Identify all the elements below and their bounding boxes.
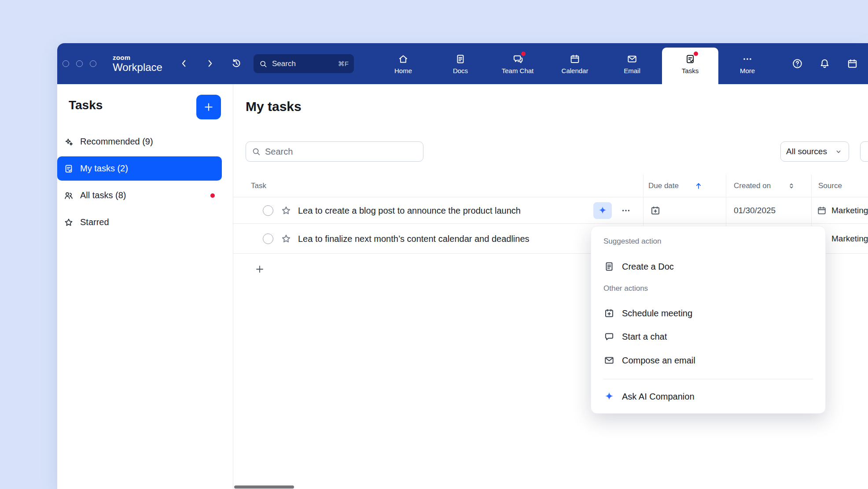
- source-calendar-icon: [817, 205, 827, 216]
- bell-icon: [819, 58, 831, 70]
- menu-item-schedule-meeting[interactable]: Schedule meeting: [595, 302, 822, 324]
- sidebar-item-label: Starred: [80, 217, 109, 227]
- global-search-placeholder: Search: [272, 59, 296, 68]
- nav-email[interactable]: Email: [607, 43, 658, 84]
- help-button[interactable]: [789, 56, 805, 71]
- column-source: Source: [818, 182, 842, 190]
- docs-icon: [455, 53, 466, 65]
- ellipsis-icon: [621, 205, 631, 216]
- email-icon: [626, 53, 638, 65]
- nav-docs[interactable]: Docs: [435, 43, 486, 84]
- table-header: Task Due date Created on Source: [233, 174, 868, 197]
- sidebar-item-label: All tasks (8): [80, 190, 126, 200]
- logo-zoom-text: zoom: [113, 54, 162, 61]
- nav-more[interactable]: More: [722, 43, 773, 84]
- menu-item-label: Ask AI Companion: [622, 392, 695, 402]
- nav-tasks[interactable]: Tasks: [665, 43, 716, 84]
- more-actions-button[interactable]: [617, 202, 635, 219]
- menu-section-label: Suggested action: [603, 237, 661, 246]
- all-sources-label: All sources: [786, 147, 827, 156]
- sort-asc-icon[interactable]: [694, 181, 703, 191]
- menu-item-label: Compose an email: [622, 356, 695, 366]
- history-button[interactable]: [228, 56, 244, 71]
- star-icon[interactable]: [280, 205, 292, 216]
- task-checkbox[interactable]: [263, 233, 273, 244]
- people-icon: [63, 190, 74, 201]
- search-icon: [251, 147, 261, 156]
- calendar-plus-icon: [650, 205, 661, 216]
- search-input[interactable]: [265, 147, 418, 157]
- main-content: My tasks All sources Task Due date Creat…: [233, 84, 868, 489]
- tasks-badge: [694, 52, 698, 56]
- sidebar-item-starred[interactable]: Starred: [57, 210, 222, 234]
- menu-item-label: Start a chat: [622, 332, 667, 342]
- window-control-close[interactable]: [63, 60, 69, 67]
- sparkles-icon: [63, 137, 74, 147]
- add-task-button-sidebar[interactable]: [196, 95, 221, 119]
- all-tasks-badge: [210, 193, 215, 198]
- global-search[interactable]: Search ⌘F: [254, 54, 354, 73]
- ai-companion-button[interactable]: [593, 202, 612, 219]
- notifications-button[interactable]: [817, 56, 832, 71]
- sidebar: Tasks Recommended (9) My tasks (2) All t…: [57, 84, 233, 489]
- task-row[interactable]: Lea to create a blog post to announce th…: [233, 197, 868, 224]
- window-control-minimize[interactable]: [76, 60, 83, 67]
- calendar-shortcut-icon: [846, 58, 858, 70]
- nav-team-chat[interactable]: Team Chat: [492, 43, 543, 84]
- menu-item-create-doc[interactable]: Create a Doc: [595, 256, 822, 278]
- column-created-on[interactable]: Created on: [734, 182, 771, 190]
- add-task-button[interactable]: [252, 261, 268, 277]
- plus-icon: [203, 101, 214, 113]
- menu-item-label: Schedule meeting: [622, 308, 692, 319]
- star-icon[interactable]: [280, 233, 292, 244]
- menu-item-start-chat[interactable]: Start a chat: [595, 326, 822, 348]
- task-checkbox[interactable]: [263, 205, 273, 216]
- all-sources-dropdown[interactable]: All sources: [780, 141, 849, 162]
- filter-button[interactable]: [860, 141, 868, 162]
- menu-item-compose-email[interactable]: Compose an email: [595, 349, 822, 371]
- sidebar-item-label: Recommended (9): [80, 137, 153, 147]
- menu-item-ask-ai-companion[interactable]: Ask AI Companion: [595, 385, 822, 408]
- task-title: Lea to create a blog post to announce th…: [298, 205, 521, 215]
- forward-button[interactable]: [202, 56, 218, 71]
- sidebar-item-my-tasks[interactable]: My tasks (2): [57, 156, 222, 181]
- nav-tasks-label: Tasks: [682, 67, 699, 74]
- source-cell: Marketing: [817, 205, 868, 216]
- add-due-date-button[interactable]: [650, 205, 661, 216]
- nav-calendar-label: Calendar: [562, 67, 588, 74]
- source-label: Marketing: [831, 234, 868, 244]
- sidebar-title: Tasks: [69, 98, 103, 112]
- column-due-date[interactable]: Due date: [648, 182, 679, 190]
- nav-more-label: More: [740, 67, 755, 74]
- nav-home[interactable]: Home: [378, 43, 429, 84]
- sidebar-item-recommended[interactable]: Recommended (9): [57, 130, 222, 154]
- sort-icon[interactable]: [787, 181, 796, 191]
- calendar-shortcut-button[interactable]: [844, 56, 860, 71]
- task-title: Lea to finalize next month’s content cal…: [298, 233, 530, 244]
- back-button[interactable]: [176, 56, 192, 71]
- page-title: My tasks: [246, 99, 302, 114]
- chat-icon: [603, 331, 615, 342]
- more-icon: [742, 53, 753, 65]
- star-icon: [63, 217, 74, 228]
- nav-calendar[interactable]: Calendar: [549, 43, 600, 84]
- sidebar-items: Recommended (9) My tasks (2) All tasks (…: [57, 130, 233, 237]
- window-control-zoom[interactable]: [90, 60, 96, 67]
- team-chat-badge: [521, 52, 526, 56]
- plus-icon: [254, 264, 265, 274]
- horizontal-scrollbar-thumb[interactable]: [234, 485, 294, 489]
- nav-docs-label: Docs: [453, 67, 468, 74]
- topbar: zoom Workplace Search ⌘F Home Docs Team …: [57, 43, 868, 84]
- doc-icon: [603, 261, 615, 272]
- ai-actions-menu: Suggested action Create a Doc Other acti…: [591, 226, 826, 414]
- email-icon: [603, 355, 615, 366]
- sidebar-item-all-tasks[interactable]: All tasks (8): [57, 183, 222, 207]
- search-shortcut: ⌘F: [338, 60, 349, 68]
- app-logo: zoom Workplace: [113, 43, 162, 84]
- menu-item-label: Create a Doc: [622, 262, 674, 272]
- calendar-icon: [569, 53, 581, 65]
- window-controls: [63, 43, 96, 84]
- column-task: Task: [251, 182, 266, 190]
- created-on-value: 01/30/2025: [734, 206, 776, 215]
- menu-divider: [603, 379, 813, 379]
